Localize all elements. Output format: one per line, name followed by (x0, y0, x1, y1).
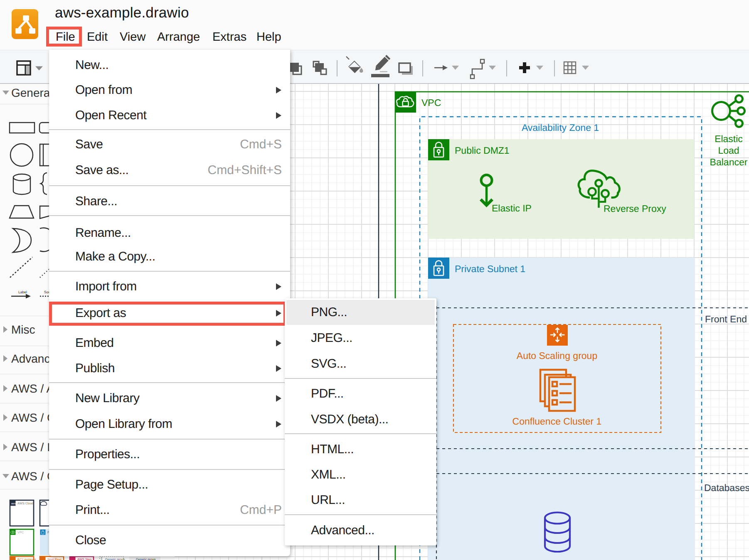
svg-text:Balancer: Balancer (710, 157, 748, 167)
svg-text:VPC: VPC (17, 531, 24, 534)
svg-text:Databases: Databases (704, 482, 749, 493)
svg-text:AWS Step: AWS Step (77, 558, 91, 560)
svg-text:Generic group: Generic group (105, 558, 125, 560)
svg-text:Reverse Proxy: Reverse Proxy (604, 203, 666, 214)
svg-text:EC2 instance: EC2 instance (17, 558, 36, 560)
svg-text:Front End: Front End (705, 314, 747, 324)
svg-text:Label: Label (18, 290, 27, 294)
svg-text:Availability Zone 1: Availability Zone 1 (522, 122, 599, 133)
svg-text:Spot Fleet: Spot Fleet (47, 558, 62, 560)
svg-text:Private Subnet 1: Private Subnet 1 (455, 263, 525, 274)
svg-text:Generic group: Generic group (136, 558, 156, 560)
svg-text:Auto Scaling group: Auto Scaling group (517, 350, 597, 361)
svg-text:Confluence Cluster 1: Confluence Cluster 1 (512, 416, 602, 427)
svg-text:Public DMZ1: Public DMZ1 (455, 145, 510, 156)
svg-text:AWS Cloud: AWS Cloud (17, 501, 34, 505)
svg-text:aws: aws (11, 503, 16, 505)
svg-text:Elastic IP: Elastic IP (492, 203, 532, 214)
svg-text:Elastic: Elastic (715, 133, 743, 144)
svg-text:Load: Load (718, 145, 739, 156)
svg-text:VPC: VPC (421, 97, 441, 108)
